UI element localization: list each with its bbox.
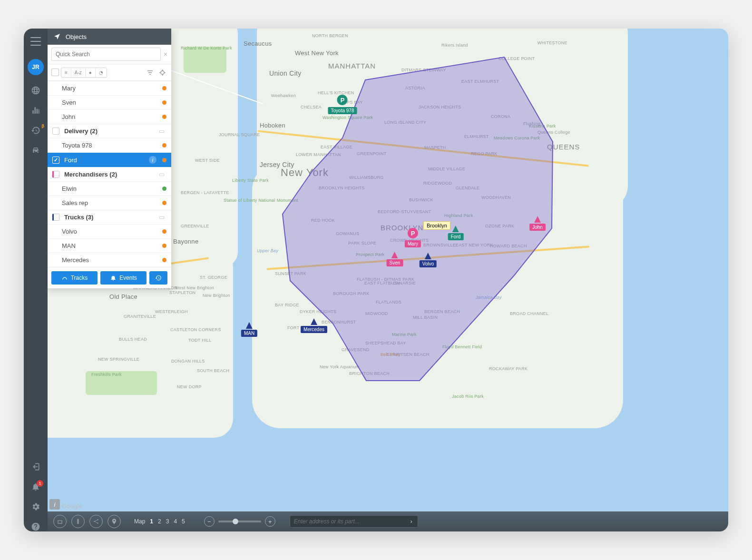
list-item[interactable]: Mercedes (48, 253, 171, 267)
panel-title: Objects (66, 33, 87, 40)
group-header-merch[interactable]: Merchandisers (2) ▭ (48, 167, 171, 181)
marker-volvo[interactable]: Volvo (420, 253, 437, 267)
map-page-active[interactable]: 1 (150, 518, 153, 525)
history-icon[interactable]: β (31, 126, 40, 135)
svg-point-1 (160, 70, 164, 74)
map-page[interactable]: 5 (182, 518, 185, 525)
svg-point-7 (97, 519, 98, 520)
marker-john[interactable]: John (529, 216, 546, 231)
layers-icon[interactable] (53, 515, 67, 528)
map-area[interactable]: New York MANHATTAN MANHATTAN BROOKLYN QU… (48, 29, 728, 531)
help-icon[interactable] (31, 522, 40, 531)
arrow-icon (425, 253, 431, 259)
logout-icon[interactable] (31, 462, 40, 472)
marker-ford[interactable]: Ford (448, 226, 464, 240)
avatar[interactable]: JR (28, 59, 44, 75)
arrow-icon (534, 216, 541, 223)
chat-icon[interactable]: ▭ (159, 128, 166, 135)
map-page[interactable]: 3 (166, 518, 169, 525)
panel-header: Objects (48, 29, 171, 45)
group-header-trucks[interactable]: Trucks (3) ▭ (48, 210, 171, 224)
list-item[interactable]: Elwin (48, 181, 171, 196)
zoom-out-button[interactable]: − (204, 516, 215, 527)
group-checkbox[interactable] (52, 214, 59, 221)
list-view-icon[interactable]: ≡ (61, 68, 71, 77)
svg-point-4 (78, 521, 78, 522)
poi-icon[interactable] (107, 515, 121, 528)
notifications-icon[interactable]: 1 (31, 482, 40, 491)
list-item[interactable]: John (48, 109, 171, 124)
clear-search-icon[interactable]: × (164, 50, 167, 58)
svg-point-6 (94, 521, 95, 522)
map-label: Map (134, 518, 145, 525)
marker-toyota[interactable]: P Toyota 978 (328, 95, 357, 114)
filter-icon[interactable] (145, 67, 155, 78)
sort-status-icon[interactable]: ● (86, 68, 96, 77)
map-pager: Map 1 2 3 4 5 (134, 518, 185, 525)
svg-point-8 (97, 522, 98, 523)
map-attribution: Google (62, 502, 83, 510)
marker-mercedes[interactable]: Mercedes (301, 318, 327, 333)
history-button[interactable] (149, 271, 167, 285)
arrow-icon (452, 226, 459, 232)
list-item[interactable]: Toyota 978 (48, 138, 171, 152)
arrow-icon (311, 318, 317, 325)
location-arrow-icon (53, 33, 61, 40)
group-checkbox[interactable] (52, 128, 59, 135)
list-item[interactable]: Sven (48, 95, 171, 109)
group-header-delivery[interactable]: Delivery (2) ▭ (48, 124, 171, 138)
svg-point-3 (78, 520, 78, 521)
info-icon[interactable]: i (149, 156, 156, 164)
list-item-selected[interactable]: Ford i (48, 152, 171, 167)
address-go-icon[interactable]: › (405, 516, 418, 527)
chat-icon[interactable]: ▭ (159, 171, 166, 178)
address-input[interactable] (290, 518, 405, 525)
list-item[interactable]: Mary (48, 81, 171, 95)
settings-icon[interactable] (31, 502, 40, 511)
notifications-badge: 1 (37, 480, 43, 487)
tracks-button[interactable]: Tracks (51, 271, 98, 285)
vehicle-icon[interactable] (31, 146, 40, 155)
sort-segmented[interactable]: ≡ A-z ● ◔ (61, 68, 107, 78)
chat-icon[interactable]: ▭ (159, 214, 166, 221)
item-checkbox[interactable] (52, 157, 59, 164)
arrow-icon (246, 322, 253, 329)
parking-icon: P (337, 95, 348, 105)
parking-icon: P (408, 228, 418, 238)
target-icon[interactable] (157, 67, 167, 78)
marker-mary[interactable]: P Mary (405, 228, 421, 247)
map-page[interactable]: 4 (174, 518, 177, 525)
geofence-label: Brooklyn (423, 221, 450, 230)
sort-speed-icon[interactable]: ◔ (96, 68, 107, 77)
search-input[interactable] (51, 48, 161, 61)
objects-panel: Objects × ≡ A-z ● ◔ Mary Sven (48, 29, 171, 288)
marker-sven[interactable]: Sven (387, 252, 403, 266)
bottom-bar: Map 1 2 3 4 5 − + › (48, 511, 728, 531)
events-button[interactable]: Events (100, 271, 146, 285)
marker-man[interactable]: MAN (241, 322, 257, 337)
list-item[interactable]: Volvo (48, 224, 171, 238)
traffic-icon[interactable] (71, 515, 85, 528)
sort-az[interactable]: A-z (71, 68, 86, 77)
group-checkbox[interactable] (52, 171, 59, 178)
arrow-icon (391, 252, 398, 258)
share-icon[interactable] (89, 515, 103, 528)
map-page[interactable]: 2 (158, 518, 161, 525)
globe-icon[interactable] (31, 86, 40, 95)
menu-icon[interactable] (30, 37, 41, 46)
zoom-in-button[interactable]: + (265, 516, 275, 527)
map-info-icon[interactable]: i (49, 499, 60, 510)
svg-point-5 (78, 522, 78, 523)
left-nav-rail: JR β 1 (24, 29, 48, 531)
list-item[interactable]: MAN (48, 238, 171, 253)
list-item[interactable]: Sales rep (48, 196, 171, 210)
select-all-checkbox[interactable] (51, 69, 59, 76)
objects-list: Mary Sven John Delivery (2) ▭ Toyota 978… (48, 81, 171, 267)
reports-icon[interactable] (31, 106, 40, 115)
address-search: › (290, 515, 418, 528)
zoom-slider[interactable] (218, 521, 261, 522)
